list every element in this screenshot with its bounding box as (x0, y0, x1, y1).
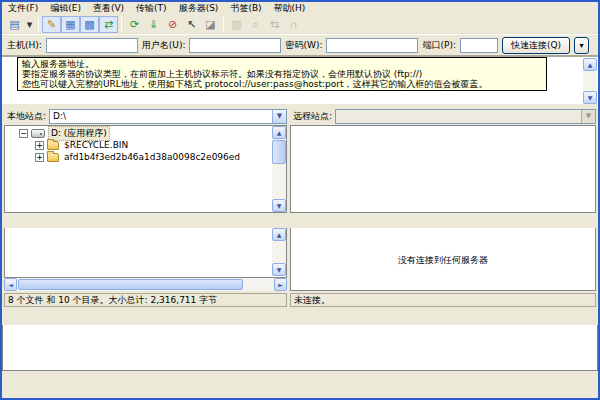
site-manager-dropdown-icon: ▾ (27, 17, 33, 32)
menu-item[interactable]: 服务器(S) (173, 2, 225, 15)
remote-file-list-headers (290, 214, 596, 228)
menu-item[interactable]: 查看(V) (87, 2, 130, 15)
find-icon: ∩ (290, 17, 298, 32)
expand-icon[interactable]: + (35, 141, 44, 150)
local-site-path: D:\ (53, 111, 66, 121)
menu-item[interactable]: 帮助(H) (268, 2, 312, 15)
site-manager-button[interactable]: ▤ (5, 16, 24, 33)
not-connected-note: 没有连接到任何服务器 (291, 254, 595, 267)
toolbar: ▤▾✎▦▩⇄⟳⇓⊘↖◪▥⌕⇆∩ (2, 15, 598, 34)
cancel-icon: ⊘ (168, 17, 177, 32)
toolbar-separator (38, 17, 39, 31)
disconnect-icon: ↖ (187, 17, 196, 32)
scroll-right-icon[interactable]: ► (274, 278, 287, 291)
toggle-remote-tree-icon: ▩ (84, 17, 94, 32)
site-manager-icon: ▤ (9, 17, 19, 32)
menu-item[interactable]: 传输(T) (130, 2, 173, 15)
local-status-bar: 8 个文件 和 10 个目录。大小总计: 2,316,711 字节 (4, 293, 287, 307)
process-queue-icon: ⇓ (149, 17, 158, 32)
toggle-remote-tree-button[interactable]: ▩ (80, 16, 99, 33)
local-tree-rows: −D: (应用程序)+$RECYCLE.BIN+afd1b4f3ed2b46a1… (5, 126, 286, 163)
toggle-local-tree-button[interactable]: ▦ (61, 16, 80, 33)
port-input[interactable] (460, 38, 498, 53)
refresh-button[interactable]: ⟳ (125, 16, 144, 33)
scrollbar-thumb[interactable] (272, 140, 286, 164)
host-label: 主机(H): (7, 39, 42, 52)
host-input-tooltip: 输入服务器地址。 要指定服务器的协议类型，在前面加上主机协议标示符。如果没有指定… (17, 57, 547, 91)
password-label: 密码(W): (285, 39, 322, 52)
tree-item[interactable]: +$RECYCLE.BIN (5, 139, 286, 151)
disconnect-button[interactable]: ↖ (182, 16, 201, 33)
tree-item-label: D: (应用程序) (48, 126, 110, 141)
scroll-down-icon[interactable]: ▼ (583, 91, 597, 104)
scroll-left-icon[interactable]: ◄ (4, 278, 17, 291)
remote-directory-tree (290, 125, 596, 213)
sync-browse-button: ⇆ (265, 16, 284, 33)
tree-item-label: $RECYCLE.BIN (62, 140, 130, 150)
drive-icon (31, 129, 45, 138)
log-scrollbar[interactable]: ▲ ▼ (583, 58, 597, 104)
local-site-label: 本地站点: (4, 110, 49, 123)
expand-icon[interactable]: + (35, 153, 44, 162)
quickconnect-dropdown-button[interactable]: ▾ (574, 37, 589, 54)
local-directory-tree: −D: (应用程序)+$RECYCLE.BIN+afd1b4f3ed2b46a1… (4, 125, 287, 213)
remote-status-bar: 未连接。 (290, 293, 596, 307)
scroll-up-icon[interactable]: ▲ (272, 228, 286, 241)
toggle-queue-button[interactable]: ⇄ (99, 16, 118, 33)
quickconnect-bar: 主机(H): 用户名(U): 密码(W): 端口(P): 快速连接(Q) ▾ (2, 34, 598, 56)
remote-file-list: 没有连接到任何服务器 (290, 228, 596, 291)
collapse-icon[interactable]: − (19, 129, 28, 138)
compare-button: ⌕ (246, 16, 265, 33)
find-button: ∩ (284, 16, 303, 33)
process-queue-button[interactable]: ⇓ (144, 16, 163, 33)
tooltip-line1: 输入服务器地址。 (22, 59, 542, 69)
port-label: 端口(P): (422, 39, 455, 52)
local-list-hscrollbar[interactable]: ◄ ► (4, 278, 287, 291)
queue-body (2, 325, 598, 371)
menu-bar: 文件(F)编辑(E)查看(V)传输(T)服务器(S)书签(B)帮助(H) (2, 2, 598, 15)
menu-item[interactable]: 编辑(E) (44, 2, 87, 15)
compare-icon: ⌕ (252, 17, 258, 32)
username-input[interactable] (189, 38, 281, 53)
site-manager-dropdown-button[interactable]: ▾ (24, 16, 35, 33)
reconnect-button[interactable]: ◪ (201, 16, 220, 33)
scroll-down-icon[interactable]: ▼ (272, 263, 286, 276)
toggle-message-log-icon: ✎ (47, 17, 56, 32)
scroll-up-icon[interactable]: ▲ (272, 126, 286, 139)
local-file-list: ▲ ▼ (4, 228, 287, 278)
menu-item[interactable]: 文件(F) (2, 2, 44, 15)
local-site-combo[interactable]: D:\ ▼ (49, 109, 287, 124)
username-label: 用户名(U): (142, 39, 186, 52)
menu-item[interactable]: 书签(B) (224, 2, 267, 15)
filter-icon: ▥ (231, 17, 241, 32)
filter-button: ▥ (227, 16, 246, 33)
toggle-message-log-button[interactable]: ✎ (42, 16, 61, 33)
scroll-up-icon[interactable]: ▲ (583, 58, 597, 71)
toolbar-separator (223, 17, 224, 31)
quickconnect-button[interactable]: 快速连接(Q) (502, 37, 570, 54)
chevron-down-icon: ▼ (581, 110, 595, 123)
queue-headers (2, 311, 598, 325)
password-input[interactable] (326, 38, 418, 53)
host-input[interactable] (46, 38, 138, 53)
folder-icon (47, 153, 59, 162)
scrollbar-thumb[interactable] (18, 279, 243, 290)
refresh-icon: ⟳ (130, 17, 139, 32)
remote-status-text: 未连接。 (294, 295, 330, 305)
tooltip-line2: 要指定服务器的协议类型，在前面加上主机协议标示符。如果没有指定协议，会使用默认协… (22, 69, 542, 79)
tree-item[interactable]: +afd1b4f3ed2b46a1d38a0098c2e096ed (5, 151, 286, 163)
local-list-scrollbar[interactable]: ▲ ▼ (272, 228, 286, 276)
tree-item-label: afd1b4f3ed2b46a1d38a0098c2e096ed (62, 152, 242, 162)
local-status-text: 8 个文件 和 10 个目录。大小总计: 2,316,711 字节 (8, 295, 217, 305)
chevron-down-icon[interactable]: ▼ (272, 110, 286, 123)
local-site-bar: 本地站点: D:\ ▼ (4, 108, 287, 125)
tree-item[interactable]: −D: (应用程序) (5, 127, 286, 139)
local-tree-scrollbar[interactable]: ▲ ▼ (272, 126, 286, 212)
folder-icon (47, 141, 59, 150)
scroll-down-icon[interactable]: ▼ (272, 199, 286, 212)
remote-site-bar: 远程站点: ▼ (290, 108, 596, 125)
toolbar-separator (121, 17, 122, 31)
sync-browse-icon: ⇆ (270, 17, 279, 32)
cancel-button[interactable]: ⊘ (163, 16, 182, 33)
local-file-list-headers (4, 214, 287, 228)
